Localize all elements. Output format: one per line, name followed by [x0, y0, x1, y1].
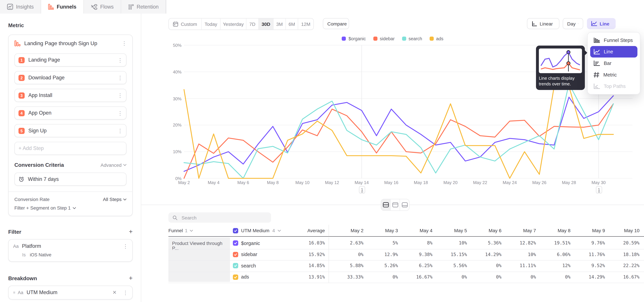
select-all-checkbox[interactable] [233, 228, 238, 233]
filter-value[interactable]: iOS Native [30, 252, 52, 257]
date-column-header[interactable]: May 3 [364, 228, 398, 233]
daily-value: 11.11% [502, 263, 536, 268]
add-step-button[interactable]: + Add Step [14, 142, 126, 155]
funnel-metric-header[interactable]: Landing Page through Sign Up ⋮ [14, 35, 126, 49]
range-label: 7D [250, 22, 256, 26]
menu-item-bar[interactable]: Bar [590, 58, 638, 69]
date-column-header[interactable]: May 2 [329, 228, 364, 233]
tab-label: Flows [100, 4, 114, 10]
daily-value: 0% [432, 274, 467, 280]
date-column-header[interactable]: May 7 [502, 228, 536, 233]
kebab-menu-icon[interactable]: ⋮ [122, 40, 126, 46]
annotation-chip[interactable]: 1 [596, 186, 602, 194]
table-row-ads[interactable]: ads13.91%33.33%0%16.67%0%0%0%0%14.29%16.… [168, 272, 644, 283]
table-row-search[interactable]: search14.85%5.88%5.26%6.25%5.56%0%11.11%… [168, 260, 644, 272]
series-line-organic[interactable] [184, 96, 613, 171]
step-number-badge: 3 [18, 92, 25, 98]
range-label: Custom [181, 22, 197, 26]
series-line-ads[interactable] [184, 86, 613, 178]
date-column-header[interactable]: May 8 [536, 228, 570, 233]
layout-chart-top-button[interactable] [390, 199, 400, 210]
tab-funnels[interactable]: Funnels [41, 0, 84, 14]
table-row-organic[interactable]: $organic16.03%2.63%5%8%10%5.36%12.82%19.… [168, 238, 644, 249]
legend-item-organic[interactable]: $organic [342, 36, 366, 41]
all-steps-dropdown[interactable]: All Steps [103, 197, 126, 202]
funnel-step-5[interactable]: 5Sign Up⋮ [14, 124, 126, 137]
range-30d[interactable]: 30D [259, 18, 274, 30]
series-line-search[interactable] [184, 84, 613, 178]
add-breakdown-button[interactable]: + [129, 274, 133, 282]
date-column-header[interactable]: May 6 [467, 228, 502, 233]
property-type-icon: Aa [18, 290, 23, 295]
step-label: Sign Up [28, 128, 114, 134]
legend-swatch [402, 36, 406, 40]
funnel-step-4[interactable]: 4App Open⋮ [14, 106, 126, 120]
legend-item-ads[interactable]: ads [430, 36, 444, 41]
layout-split-button[interactable] [381, 199, 390, 210]
kebab-menu-icon[interactable]: ⋮ [123, 244, 128, 249]
tab-flows[interactable]: Flows [84, 0, 121, 14]
kebab-menu-icon[interactable]: ⋮ [118, 128, 122, 134]
filter-card[interactable]: Aa Platform ⋮ Is iOS Native [8, 239, 133, 262]
range-label: 6M [288, 22, 295, 26]
search-input[interactable] [181, 215, 267, 220]
menu-item-funnel-steps[interactable]: Funnel Steps [590, 34, 638, 46]
range-custom[interactable]: Custom [169, 18, 202, 30]
chart-type-dropdown[interactable]: Line [587, 18, 616, 29]
date-column-header[interactable]: May 9 [570, 228, 605, 233]
kebab-menu-icon[interactable]: ⋮ [118, 92, 122, 98]
tab-retention[interactable]: Retention [121, 0, 166, 14]
top-paths-icon [594, 84, 600, 89]
legend-item-search[interactable]: search [402, 36, 422, 41]
scale-dropdown[interactable]: Linear [527, 18, 559, 29]
kebab-menu-icon[interactable]: ⋮ [118, 110, 122, 116]
range-12m[interactable]: 12M [298, 18, 314, 30]
conversion-window[interactable]: Within 7 days [14, 173, 126, 186]
filter-operator[interactable]: Is [22, 252, 26, 257]
segment-name: sidebar [241, 252, 257, 257]
breakdown-card[interactable]: ≡ Aa UTM Medium ✕ ⋮ [8, 286, 133, 300]
date-column-header[interactable]: May 4 [398, 228, 432, 233]
line-chart-icon [594, 49, 600, 54]
add-filter-button[interactable]: + [129, 228, 133, 236]
advanced-dropdown[interactable]: Advanced [100, 162, 126, 168]
row-checkbox[interactable] [233, 274, 238, 280]
range-yesterday[interactable]: Yesterday [220, 18, 246, 30]
breakdown-column-header[interactable]: UTM Medium4 [233, 228, 288, 233]
drag-handle-icon[interactable]: ≡ [13, 290, 15, 294]
row-checkbox[interactable] [233, 240, 238, 246]
row-checkbox[interactable] [233, 252, 238, 257]
annotation-chip[interactable]: 1 [359, 186, 365, 194]
compare-button[interactable]: Compare [323, 18, 349, 29]
funnel-step-2[interactable]: 2Download Page⋮ [14, 71, 126, 84]
daily-value: 10% [432, 240, 467, 246]
segment-name: search [241, 263, 256, 268]
average-column-header[interactable]: Average [288, 228, 325, 233]
row-checkbox[interactable] [233, 263, 238, 268]
date-column-header[interactable]: May 5 [432, 228, 467, 233]
daily-value: 22.22% [605, 263, 640, 268]
menu-item-line[interactable]: Line [590, 46, 638, 58]
tab-insights[interactable]: Insights [0, 0, 41, 14]
kebab-menu-icon[interactable]: ⋮ [118, 75, 122, 80]
legend-item-sidebar[interactable]: sidebar [373, 36, 394, 41]
table-row-sidebar[interactable]: sidebar15.92%0%12.9%9.38%15.15%14.29%10%… [168, 249, 644, 260]
interval-dropdown[interactable]: Day [563, 18, 583, 29]
kebab-menu-icon[interactable]: ⋮ [123, 290, 128, 295]
range-today[interactable]: Today [202, 18, 220, 30]
range-7d[interactable]: 7D [246, 18, 258, 30]
legend-label: $organic [348, 36, 366, 41]
range-3m[interactable]: 3M [274, 18, 286, 30]
menu-item-metric[interactable]: Metric [590, 69, 638, 80]
filter-segment-dropdown[interactable]: Filter + Segment on Step 1 [14, 205, 126, 210]
date-column-header[interactable]: May 10 [605, 228, 640, 233]
funnel-step-1[interactable]: 1Landing Page⋮ [14, 53, 126, 66]
range-6m[interactable]: 6M [286, 18, 298, 30]
layout-chart-bottom-button[interactable] [400, 199, 409, 210]
remove-breakdown-icon[interactable]: ✕ [112, 290, 117, 296]
menu-item-label: Bar [604, 60, 612, 66]
kebab-menu-icon[interactable]: ⋮ [118, 58, 122, 63]
daily-value: 0% [502, 274, 536, 280]
funnel-column-header[interactable]: Funnel1 [168, 228, 230, 233]
funnel-step-3[interactable]: 3App Install⋮ [14, 89, 126, 102]
